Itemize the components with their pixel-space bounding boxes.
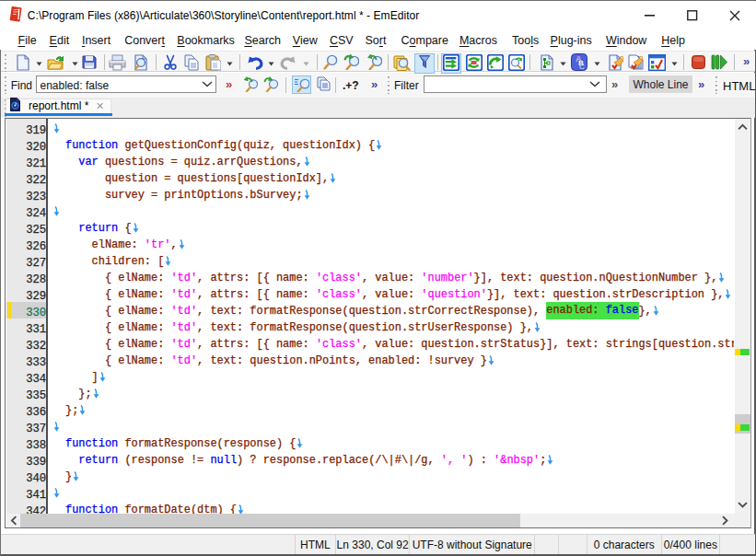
svg-text:C: C: [579, 63, 585, 71]
